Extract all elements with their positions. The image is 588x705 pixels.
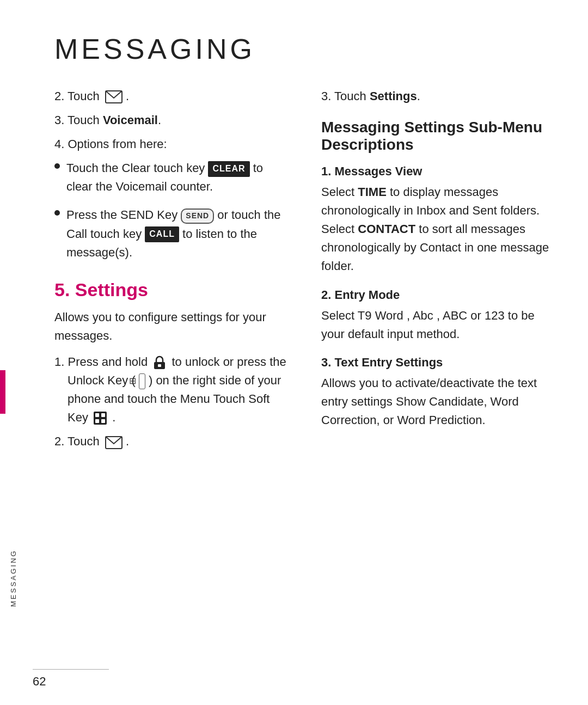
- settings-step1: 1. Press and hold to unlock or press the…: [54, 353, 289, 427]
- left-column: 2. Touch . 3. Touch Voicemail. 4. Option…: [54, 87, 289, 672]
- bottom-rule: [33, 669, 109, 670]
- voicemail-bold: Voicemail: [103, 113, 158, 127]
- step-touch-envelope: 2. Touch .: [54, 87, 289, 106]
- messages-view-heading: 1. Messages View: [321, 164, 555, 179]
- main-content: MESSAGING 2. Touch .: [33, 0, 588, 705]
- contact-bold: CONTACT: [358, 222, 415, 236]
- text-entry-heading: 3. Text Entry Settings: [321, 355, 555, 370]
- page-number: 62: [33, 675, 46, 689]
- page: MESSAGING MESSAGING 2. Touch .: [0, 0, 588, 705]
- svg-rect-4: [95, 413, 99, 417]
- settings-intro: Allows you to configure settings for you…: [54, 308, 289, 345]
- call-key-badge: CALL: [145, 226, 179, 242]
- clear-key-badge: CLEAR: [208, 161, 249, 177]
- bullet-clear: Touch the Clear touch key CLEAR to clear…: [54, 159, 289, 196]
- step-touch-settings: 3. Touch Settings.: [321, 87, 555, 106]
- side-tab-label: MESSAGING: [9, 549, 17, 607]
- submenu-heading: Messaging Settings Sub-Menu Descriptions: [321, 119, 555, 154]
- settings-heading: 5. Settings: [54, 279, 289, 301]
- step-touch-voicemail: 3. Touch Voicemail.: [54, 111, 289, 130]
- text-entry-body: Allows you to activate/deactivate the te…: [321, 374, 555, 430]
- right-column: 3. Touch Settings. Messaging Settings Su…: [321, 87, 555, 672]
- svg-rect-5: [101, 413, 105, 417]
- lock-icon: [151, 355, 171, 369]
- svg-rect-6: [95, 419, 99, 423]
- svg-rect-7: [101, 419, 105, 423]
- envelope-icon-2: [103, 434, 126, 448]
- time-bold: TIME: [358, 185, 387, 199]
- side-tab: MESSAGING: [0, 0, 26, 705]
- entry-mode-body: Select T9 Word , Abc , ABC or 123 to be …: [321, 306, 555, 344]
- entry-mode-heading: 2. Entry Mode: [321, 288, 555, 302]
- unlock-key-symbol: ⊞: [139, 373, 145, 389]
- two-col-layout: 2. Touch . 3. Touch Voicemail. 4. Option…: [54, 87, 555, 672]
- bullet-dot: [54, 163, 60, 169]
- page-title: MESSAGING: [54, 33, 555, 65]
- messages-view-body: Select TIME to display messages chronolo…: [321, 183, 555, 275]
- grid-icon: [91, 410, 112, 424]
- settings-step2: 2. Touch .: [54, 432, 289, 451]
- step-options: 4. Options from here:: [54, 135, 289, 154]
- send-key-badge: SEND: [181, 209, 214, 224]
- settings-bold: Settings: [370, 89, 417, 103]
- bullet-clear-text: Touch the Clear touch key CLEAR to clear…: [66, 159, 289, 196]
- bullet-send: Press the SEND Key SEND or touch the Cal…: [54, 206, 289, 261]
- bullet-dot-2: [54, 210, 60, 216]
- bullet-list: Touch the Clear touch key CLEAR to clear…: [54, 159, 289, 261]
- envelope-icon-1: [103, 89, 126, 103]
- bullet-send-text: Press the SEND Key SEND or touch the Cal…: [66, 206, 289, 261]
- svg-rect-2: [158, 364, 161, 367]
